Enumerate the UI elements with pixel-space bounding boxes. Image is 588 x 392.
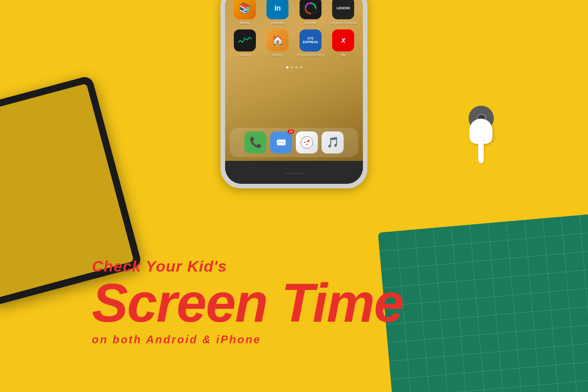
app-grid: 📚 Books 21 in LinkedIn: [225, 0, 363, 63]
app-iflix-label: iflix: [340, 53, 346, 57]
background: 📚 Books 21 in LinkedIn: [0, 0, 588, 392]
dock-mail: 29 ✉️: [270, 131, 292, 153]
phone-body: 📚 Books 21 in LinkedIn: [225, 0, 363, 184]
phone-bottom: [225, 161, 363, 184]
app-activity: Activity: [296, 0, 325, 25]
app-home-icon: 🏠: [266, 29, 288, 51]
app-activity-label: Activity: [305, 21, 316, 25]
dock-mail-icon: 29 ✉️: [270, 131, 292, 153]
app-stocks-icon: [234, 29, 256, 51]
app-iflix-icon: X: [332, 29, 354, 51]
app-linkedin-icon: 21 in: [266, 0, 288, 19]
tagline: on both Android & iPhone: [92, 333, 542, 346]
app-vts: VTSEXPRESS VTS LOGISTICS: [296, 29, 325, 57]
app-iflix: X iflix: [329, 29, 358, 57]
app-vts-icon: VTSEXPRESS: [300, 29, 322, 51]
app-linkedin: 21 in LinkedIn: [264, 0, 292, 25]
dot-4: [300, 66, 302, 68]
app-vts-label: VTS LOGISTICS: [297, 53, 324, 57]
text-overlay: Check Your Kid's Screen Time on both And…: [92, 257, 542, 346]
speaker-grille: [285, 173, 303, 174]
app-dock: 📞 29 ✉️: [230, 128, 358, 157]
dot-2: [291, 66, 293, 68]
app-activity-icon: [300, 0, 322, 19]
phone-case: 📚 Books 21 in LinkedIn: [220, 0, 368, 188]
page-indicators: [225, 63, 363, 71]
dock-music: 🎵: [322, 131, 344, 153]
airpod-stem: [478, 138, 484, 163]
dot-3: [295, 66, 298, 68]
airpod: [466, 106, 496, 161]
app-books-icon: 📚: [234, 0, 256, 19]
phone-device: 📚 Books 21 in LinkedIn: [220, 0, 368, 188]
dock-phone: 📞: [244, 131, 266, 153]
app-legend: LEGEND Legend-Cinema: [329, 0, 358, 25]
app-legend-label: Legend-Cinema: [330, 21, 356, 25]
dock-safari: [296, 131, 318, 153]
app-stocks: Stocks: [231, 29, 259, 57]
app-legend-icon: LEGEND: [332, 0, 354, 19]
app-home-label: Home: [273, 53, 283, 57]
app-linkedin-label: LinkedIn: [271, 21, 284, 25]
app-stocks-label: Stocks: [239, 53, 250, 57]
app-books-label: Books: [240, 21, 250, 25]
dock-music-icon: 🎵: [322, 131, 344, 153]
main-title: Screen Time: [92, 277, 542, 329]
dot-1: [286, 66, 288, 68]
app-home: 🏠 Home: [264, 29, 292, 57]
phone-screen: 📚 Books 21 in LinkedIn: [225, 0, 363, 161]
app-books: 📚 Books: [231, 0, 259, 25]
dock-phone-icon: 📞: [244, 131, 266, 153]
dock-safari-icon: [296, 131, 318, 153]
